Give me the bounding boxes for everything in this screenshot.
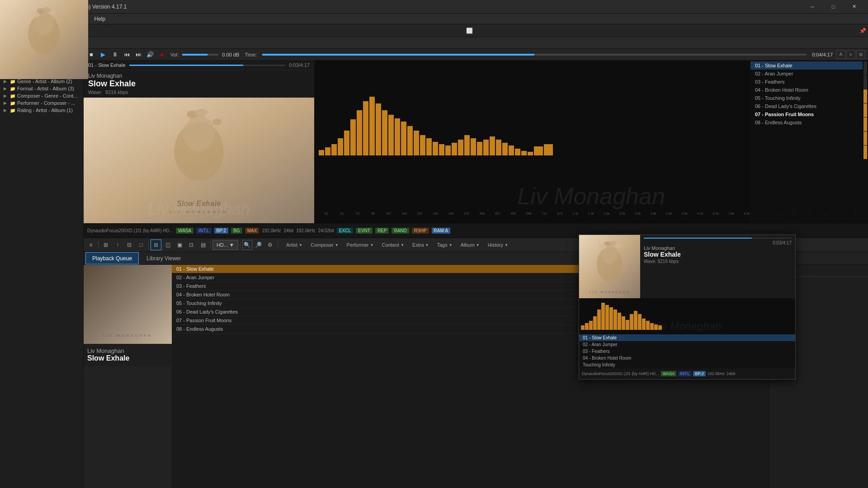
bar: [338, 138, 343, 155]
tab-playback-queue[interactable]: Playback Queue: [85, 252, 139, 264]
track-info-block: Liv Monaghan Slow Exhale Wave: 9216 kbps: [84, 70, 314, 98]
dsp-intl[interactable]: INT:L: [196, 228, 211, 234]
bar: [363, 101, 368, 155]
record-button[interactable]: ●: [157, 50, 167, 60]
queue-info: Liv Monaghan Slow Exhale: [84, 344, 172, 366]
bar: [325, 147, 330, 155]
mini-tl-5[interactable]: Touching Infinity: [579, 361, 795, 368]
overlay-track-5[interactable]: 05 - Touching Infinity: [750, 94, 868, 102]
dsp-evnt[interactable]: EVNT: [356, 228, 373, 234]
next-button[interactable]: ⏭: [133, 50, 143, 60]
bt-menu[interactable]: ≡: [85, 239, 96, 250]
mute-button[interactable]: 🔊: [145, 50, 155, 60]
bar: [515, 149, 520, 155]
time-slider[interactable]: [262, 54, 807, 56]
dsp-bg[interactable]: BG: [231, 228, 242, 234]
minimize-button[interactable]: ─: [802, 0, 823, 14]
nav-artist[interactable]: Artist▼: [283, 241, 306, 249]
prev-button[interactable]: ⏮: [122, 50, 132, 60]
bar: [420, 135, 425, 155]
tree-item-label: Genre - Artist - Album (2): [17, 79, 72, 84]
mini-tl-4[interactable]: 04 - Broken Hotel Room: [579, 355, 795, 361]
header-track-name: 01 - Slow Exhale: [88, 62, 126, 68]
bar-R: [544, 144, 553, 155]
dsp-rep[interactable]: REP: [375, 228, 389, 234]
volume-slider[interactable]: [182, 54, 218, 56]
ctrl-icon-3[interactable]: ⊞: [856, 50, 865, 59]
mini-player-inner: LIV MONAGHAN 0:03/4:17 Liv Monaghan Slow…: [579, 235, 795, 298]
mini-tl-1[interactable]: 01 - Slow Exhale: [579, 334, 795, 341]
dsp-max[interactable]: MAX: [245, 228, 259, 234]
album-art: Slow Exhale LIV MONAGHAN Liv Monaghan: [84, 98, 314, 223]
bt-icon-2[interactable]: ↑: [112, 239, 123, 250]
tab-pin[interactable]: 📌: [858, 24, 868, 37]
dsp-rama[interactable]: RAM:A: [432, 228, 451, 234]
dsp-bp2[interactable]: BP:2: [214, 228, 229, 234]
settings-button[interactable]: ⚙: [265, 239, 276, 250]
dsp-sample-rate: 192.0kHz: [262, 228, 281, 233]
bar: [496, 140, 501, 155]
bar: [433, 142, 438, 155]
dsp-device: DynaudioFocus200XD (1f1 (by AMR) HD...: [87, 228, 173, 233]
track-title: Slow Exhale: [88, 79, 310, 89]
bar: [357, 110, 362, 155]
bt-icon-6[interactable]: ◫: [162, 239, 173, 250]
dsp-excl[interactable]: EXCL: [337, 228, 353, 234]
tree-item-performer[interactable]: ▶ 📁 Performer - Composer - ...: [0, 99, 83, 107]
nav-performer[interactable]: Performer▼: [343, 241, 377, 249]
overlay-track-7[interactable]: 07 - Passion Fruit Moons: [750, 110, 868, 118]
ctrl-icon-1[interactable]: A: [836, 50, 845, 59]
overlay-track-8[interactable]: 08 - Endless Augusts: [750, 118, 868, 127]
bt-icon-4[interactable]: □: [136, 239, 146, 250]
overlay-track-2[interactable]: 02 - Aran Jumper: [750, 70, 868, 78]
bt-icon-7[interactable]: ▣: [174, 239, 185, 250]
bar: [382, 110, 387, 155]
bar: [458, 140, 463, 155]
nav-content[interactable]: Content▼: [378, 241, 407, 249]
mini-seek-bar[interactable]: [644, 238, 792, 239]
dsp-rand[interactable]: RAND: [392, 228, 409, 234]
bt-icon-9[interactable]: ▤: [198, 239, 208, 250]
tree-item-composer[interactable]: ▶ 📁 Composer - Genre - Cont...: [0, 92, 83, 99]
dsp-wasa[interactable]: WASA: [176, 228, 193, 234]
mini-seek-fill: [644, 238, 752, 239]
nav-tags-btn[interactable]: Tags▼: [434, 241, 456, 249]
bt-icon-1[interactable]: ⊞: [100, 239, 111, 250]
format-value: 9216 kbps: [105, 89, 128, 95]
tree-item-rating[interactable]: ▶ 📁 Rating - Artist - Album (1): [0, 107, 83, 114]
mini-tl-2[interactable]: 02 - Aran Jumper: [579, 341, 795, 348]
nav-album[interactable]: Album▼: [457, 241, 483, 249]
mini-spectrum-bars: [579, 298, 795, 330]
nav-tags: Artist▼ Composer▼ Performer▼ Content▼ Ex…: [280, 241, 514, 249]
maximize-button[interactable]: □: [823, 0, 844, 14]
overlay-track-4[interactable]: 04 - Broken Hotel Room: [750, 86, 868, 94]
zoom-button[interactable]: 🔎: [253, 239, 264, 250]
nav-composer[interactable]: Composer▼: [307, 241, 342, 249]
ctrl-icon-2[interactable]: ≡: [846, 50, 855, 59]
dsp-rshp[interactable]: RSHP: [412, 228, 429, 234]
tab-library-viewer[interactable]: Library Viewer: [140, 252, 188, 264]
search-button[interactable]: 🔍: [242, 240, 252, 250]
track-seek-bar[interactable]: [129, 65, 286, 66]
bt-icon-8[interactable]: ⊡: [186, 239, 197, 250]
bt-icon-5[interactable]: ⊠: [151, 239, 161, 250]
bar: [483, 140, 489, 155]
nav-history[interactable]: History▼: [484, 241, 512, 249]
tree-item-format[interactable]: ▶ 📁 Format - Artist - Album (3): [0, 85, 83, 92]
tree-icon: 📁: [10, 86, 15, 91]
menu-help[interactable]: Help: [90, 15, 110, 23]
pause-button[interactable]: ⏸: [110, 50, 120, 60]
overlay-track-3[interactable]: 03 - Feathers: [750, 78, 868, 86]
overlay-track-1[interactable]: 01 - Slow Exhale: [750, 61, 868, 70]
nav-extra[interactable]: Extra▼: [409, 241, 433, 249]
overlay-track-6[interactable]: 06 - Dead Lady's Cigarettes: [750, 102, 868, 110]
bar: [407, 126, 413, 155]
bt-icon-3[interactable]: ⊟: [124, 239, 135, 250]
mini-time: 0:03/4:17: [644, 240, 792, 245]
close-button[interactable]: ✕: [844, 0, 864, 14]
mini-tl-3[interactable]: 03 - Feathers: [579, 348, 795, 355]
tab-expand[interactable]: ⬜: [462, 24, 476, 37]
size-dropdown[interactable]: HD... ▼: [212, 240, 238, 250]
play-button[interactable]: ▶: [98, 50, 108, 60]
bar: [344, 131, 349, 155]
